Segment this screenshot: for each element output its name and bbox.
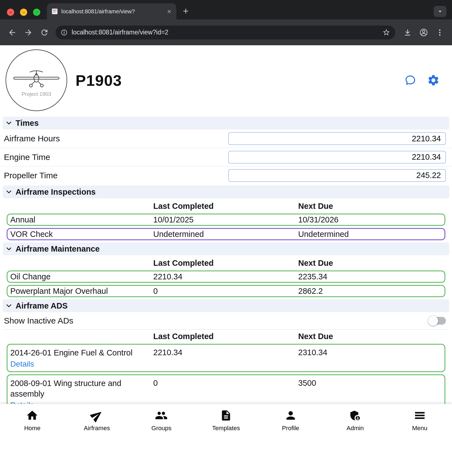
- nav-admin[interactable]: Admin: [323, 409, 388, 432]
- settings-button[interactable]: [427, 74, 440, 87]
- plus-icon: [182, 7, 190, 15]
- row-label: Powerplant Major Overhaul: [10, 286, 153, 296]
- nav-label: Groups: [151, 425, 171, 432]
- col-next-due: Next Due: [298, 332, 445, 341]
- nav-label: Home: [24, 425, 41, 432]
- maintenance-section-header[interactable]: Airframe Maintenance: [3, 242, 449, 255]
- section-title: Airframe Maintenance: [16, 244, 100, 254]
- time-row: Engine Time: [0, 148, 452, 166]
- reload-button[interactable]: [37, 25, 52, 40]
- chevron-down-icon: [5, 119, 13, 127]
- propeller-time-input[interactable]: [228, 169, 446, 182]
- engine-time-input[interactable]: [228, 151, 446, 164]
- fullscreen-icon: [35, 11, 39, 14]
- person-icon: [284, 409, 297, 422]
- close-icon: [167, 9, 172, 14]
- browser-menu-button[interactable]: [433, 25, 447, 40]
- url-bar[interactable]: localhost:8081/airframe/view?id=2: [56, 26, 395, 39]
- col-last-completed: Last Completed: [153, 332, 298, 341]
- section-title: Airframe Inspections: [16, 187, 96, 197]
- last-completed-value: 0: [153, 286, 298, 296]
- profile-button[interactable]: [416, 25, 431, 40]
- inspection-row-vor-check[interactable]: VOR Check Undetermined Undetermined: [7, 228, 445, 240]
- nav-groups[interactable]: Groups: [129, 409, 194, 432]
- field-label: Engine Time: [4, 152, 50, 162]
- nav-label: Templates: [212, 425, 240, 432]
- next-due-value: 2235.34: [298, 272, 445, 282]
- header-actions: [404, 74, 446, 87]
- new-tab-button[interactable]: [181, 6, 190, 16]
- next-due-value: 3500: [298, 377, 445, 388]
- forward-button[interactable]: [21, 25, 36, 40]
- ad-name: 2008-09-01 Wing structure and assembly: [10, 378, 146, 399]
- ad-row-engine-fuel-control[interactable]: 2014-26-01 Engine Fuel & Control Details…: [7, 344, 445, 372]
- window-minimize-button[interactable]: [20, 9, 27, 16]
- window-close-button[interactable]: [7, 9, 14, 16]
- nav-templates[interactable]: Templates: [194, 409, 258, 432]
- next-due-value: 10/31/2026: [298, 215, 445, 225]
- column-headers: Last Completed Next Due: [7, 198, 445, 214]
- field-label: Propeller Time: [4, 171, 57, 180]
- field-label: Airframe Hours: [4, 134, 60, 143]
- chevron-down-icon: [436, 7, 444, 15]
- gear-icon: [427, 74, 440, 87]
- ads-section-header[interactable]: Airframe ADS: [3, 299, 449, 312]
- tab-search-button[interactable]: [434, 6, 446, 17]
- inspection-row-annual[interactable]: Annual 10/01/2025 10/31/2026: [7, 214, 445, 226]
- reload-icon: [40, 28, 49, 37]
- ad-name: 2014-26-01 Engine Fuel & Control: [10, 347, 146, 358]
- bookmark-button[interactable]: [382, 28, 390, 36]
- details-link[interactable]: Details: [10, 360, 153, 369]
- back-button[interactable]: [5, 25, 19, 40]
- minimize-icon: [22, 11, 26, 14]
- downloads-button[interactable]: [400, 25, 415, 40]
- nav-label: Profile: [282, 425, 299, 432]
- chevron-down-icon: [5, 302, 13, 310]
- nav-label: Admin: [346, 425, 364, 432]
- tab-close-button[interactable]: [167, 9, 172, 14]
- maintenance-row-oil-change[interactable]: Oil Change 2210.34 2235.34: [7, 270, 445, 283]
- window-zoom-button[interactable]: [33, 9, 40, 16]
- bottom-navigation: Home Airframes Groups Templates Profile …: [0, 404, 452, 476]
- time-row: Propeller Time: [0, 166, 452, 184]
- row-label: Annual: [10, 215, 153, 225]
- chat-button[interactable]: [404, 74, 416, 86]
- maintenance-row-powerplant-overhaul[interactable]: Powerplant Major Overhaul 0 2862.2: [7, 285, 445, 297]
- next-due-value: Undetermined: [298, 229, 445, 239]
- times-section-header[interactable]: Times: [3, 117, 449, 129]
- airframe-hours-input[interactable]: [228, 132, 446, 145]
- avatar-label: Project 1903: [22, 91, 51, 97]
- browser-toolbar: localhost:8081/airframe/view?id=2: [0, 19, 452, 45]
- window-controls: [7, 9, 40, 16]
- airframe-view-page: Project 1903 P1903 Times Airframe Hours …: [0, 45, 452, 424]
- inspections-section-header[interactable]: Airframe Inspections: [3, 186, 449, 198]
- last-completed-value: 10/01/2025: [153, 215, 298, 225]
- nav-home[interactable]: Home: [0, 409, 65, 432]
- nav-airframes[interactable]: Airframes: [65, 409, 129, 432]
- info-icon[interactable]: [61, 29, 68, 36]
- nav-profile[interactable]: Profile: [258, 409, 323, 432]
- airframe-avatar: Project 1903: [6, 49, 67, 111]
- col-last-completed: Last Completed: [153, 259, 298, 268]
- next-due-value: 2862.2: [298, 286, 445, 296]
- arrow-right-icon: [24, 28, 33, 37]
- nav-menu[interactable]: Menu: [387, 409, 452, 432]
- browser-tab[interactable]: localhost:8081/airframe/view?: [47, 3, 176, 19]
- airplane-drawing-icon: [12, 63, 61, 92]
- last-completed-value: 2210.34: [153, 347, 298, 358]
- show-inactive-ads-toggle[interactable]: [429, 317, 446, 325]
- nav-label: Airframes: [84, 425, 110, 432]
- airframe-header: Project 1903 P1903: [0, 45, 452, 116]
- document-icon: [220, 409, 232, 422]
- star-icon: [382, 28, 390, 36]
- last-completed-value: Undetermined: [153, 229, 298, 239]
- tab-title: localhost:8081/airframe/view?: [61, 8, 163, 15]
- section-inspections: Airframe Inspections Last Completed Next…: [0, 186, 452, 240]
- menu-icon: [413, 409, 426, 422]
- paper-plane-icon: [88, 407, 106, 425]
- kebab-menu-icon: [436, 28, 444, 37]
- account-icon: [419, 28, 428, 37]
- col-next-due: Next Due: [298, 259, 445, 268]
- url-text: localhost:8081/airframe/view?id=2: [72, 29, 378, 36]
- last-completed-value: 0: [153, 377, 298, 388]
